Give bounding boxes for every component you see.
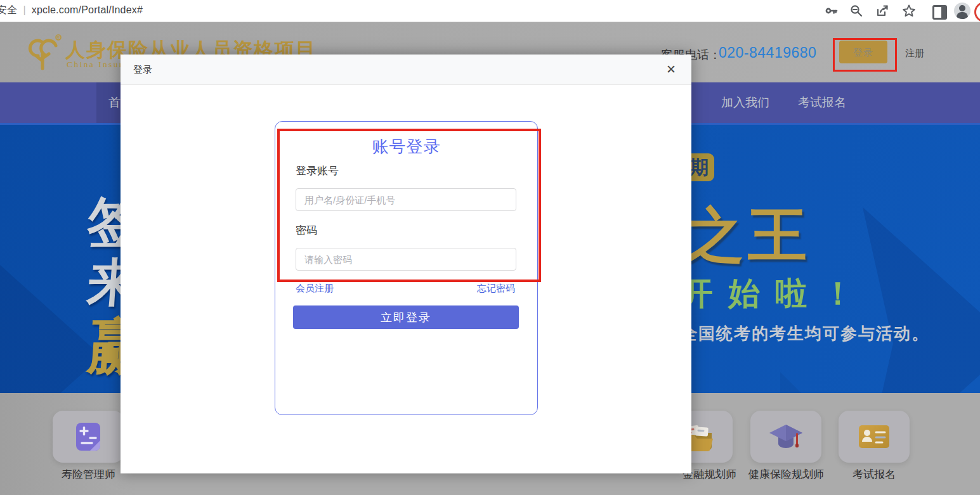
account-label: 登录账号 xyxy=(296,164,339,178)
star-icon[interactable] xyxy=(902,4,916,18)
card-label-health-insurance-planner[interactable]: 健康保险规划师 xyxy=(748,467,824,482)
brand-logo-icon[interactable]: R xyxy=(23,33,62,74)
notification-circle-icon[interactable] xyxy=(974,2,980,22)
calc-note-icon xyxy=(74,421,102,452)
card-label-life-insurance-manager[interactable]: 寿险管理师 xyxy=(62,467,115,482)
member-register-link[interactable]: 会员注册 xyxy=(296,283,334,295)
nav-item-exam-signup[interactable]: 考试报名 xyxy=(798,82,841,123)
header-register-link[interactable]: 注册 xyxy=(905,48,924,60)
address-url[interactable]: 安全|xpcle.com/Portal/Index# xyxy=(0,4,143,17)
nav-item-join-us[interactable]: 加入我们 xyxy=(721,82,764,123)
login-modal: 登录 ✕ 账号登录 登录账号 密码 会员注册 忘记密码 立即登录 xyxy=(121,55,691,473)
security-label: 安全 xyxy=(0,4,17,15)
password-input[interactable] xyxy=(296,248,516,271)
key-icon[interactable] xyxy=(825,4,839,18)
login-form-title: 账号登录 xyxy=(275,136,537,158)
banner-badge-text: 期 xyxy=(689,153,714,181)
id-card-icon xyxy=(858,424,891,449)
banner-headline: 之王 xyxy=(685,196,811,276)
banner-subheadline: 开始啦！ xyxy=(681,273,869,315)
card-tile-exam-signup[interactable] xyxy=(839,411,910,463)
url-separator: | xyxy=(17,4,31,15)
forgot-password-link[interactable]: 忘记密码 xyxy=(477,283,515,295)
close-icon[interactable]: ✕ xyxy=(666,55,676,85)
svg-text:R: R xyxy=(56,35,60,40)
header-login-button[interactable]: 登录 xyxy=(839,41,887,63)
graduation-cap-icon xyxy=(768,422,804,451)
card-label-exam-signup[interactable]: 考试报名 xyxy=(853,467,896,482)
password-label: 密码 xyxy=(296,223,317,238)
url-value: xpcle.com/Portal/Index# xyxy=(32,4,143,15)
profile-icon[interactable] xyxy=(954,3,970,19)
login-submit-button[interactable]: 立即登录 xyxy=(293,305,519,329)
account-input[interactable] xyxy=(296,188,516,211)
browser-address-bar: 安全|xpcle.com/Portal/Index# xyxy=(0,0,980,22)
service-phone-number[interactable]: 020-84419680 xyxy=(719,44,816,61)
login-form-card: 账号登录 登录账号 密码 会员注册 忘记密码 立即登录 xyxy=(275,121,538,415)
login-modal-header: 登录 ✕ xyxy=(121,55,691,85)
share-icon[interactable] xyxy=(875,4,889,18)
login-modal-title: 登录 xyxy=(133,55,152,85)
banner-note: 全国统考的考生均可参与活动。 xyxy=(681,323,929,345)
card-tile-health-insurance-planner[interactable] xyxy=(750,411,821,463)
card-tile-life-insurance-manager[interactable] xyxy=(53,411,124,463)
zoom-out-icon[interactable] xyxy=(849,4,863,18)
split-screen-icon[interactable] xyxy=(932,5,947,20)
